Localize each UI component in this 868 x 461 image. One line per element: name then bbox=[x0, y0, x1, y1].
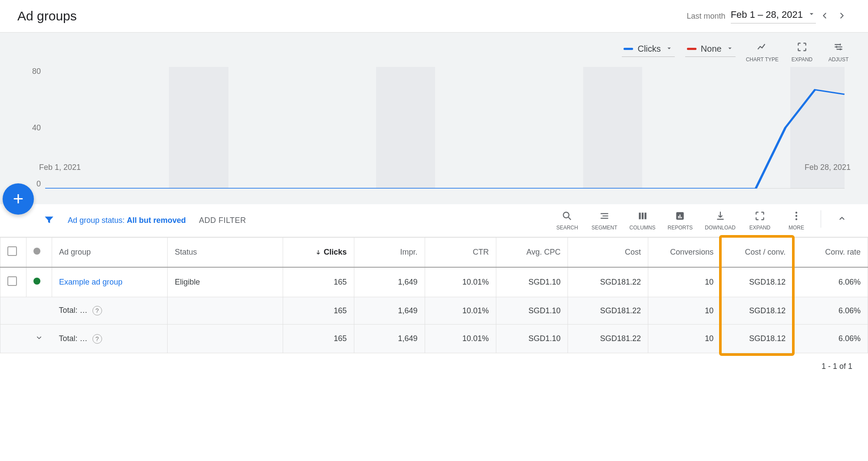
col-ctr[interactable]: CTR bbox=[425, 238, 496, 268]
date-range-selector[interactable]: Feb 1 – 28, 2021 bbox=[731, 9, 816, 23]
search-button[interactable]: SEARCH bbox=[555, 210, 579, 231]
pagination-label: 1 - 1 of 1 bbox=[0, 353, 868, 380]
help-icon[interactable]: ? bbox=[92, 306, 102, 315]
expand-icon bbox=[796, 41, 808, 54]
grand-total-row: Total: … ? 165 1,649 10.01% SGD1.10 SGD1… bbox=[0, 325, 868, 353]
total-impr: 1,649 bbox=[354, 297, 425, 325]
chart-adjust-button[interactable]: ADJUST bbox=[825, 41, 851, 63]
chart-line-icon bbox=[756, 41, 768, 54]
total-clicks: 165 bbox=[283, 297, 354, 325]
date-next-button[interactable] bbox=[833, 11, 851, 22]
help-icon[interactable]: ? bbox=[92, 334, 102, 344]
row-impr-cell: 1,649 bbox=[354, 267, 425, 297]
reports-label: REPORTS bbox=[668, 225, 693, 231]
select-all-checkbox[interactable] bbox=[7, 246, 17, 256]
svg-point-10 bbox=[795, 215, 797, 217]
row-ad-group-cell: Example ad group bbox=[52, 267, 167, 297]
secondary-metric-label: None bbox=[701, 44, 722, 54]
chart-panel: Clicks None CHART TYPE EXPAND ADJUST 80 … bbox=[0, 33, 868, 204]
segment-label: SEGMENT bbox=[591, 225, 617, 231]
search-label: SEARCH bbox=[556, 225, 578, 231]
search-icon bbox=[561, 210, 573, 223]
col-cost[interactable]: Cost bbox=[568, 238, 648, 268]
y-tick: 80 bbox=[28, 67, 41, 76]
download-button[interactable]: DOWNLOAD bbox=[705, 210, 736, 231]
expand-total-cell[interactable] bbox=[26, 325, 52, 353]
y-tick: 0 bbox=[28, 179, 41, 189]
secondary-metric-selector[interactable]: None bbox=[685, 41, 736, 57]
row-cost-cell: SGD181.22 bbox=[568, 267, 648, 297]
chart-expand-button[interactable]: EXPAND bbox=[789, 41, 815, 63]
filter-status-chip[interactable]: Ad group status: All but removed bbox=[68, 216, 186, 225]
chart-type-label: CHART TYPE bbox=[746, 56, 779, 63]
svg-rect-8 bbox=[681, 217, 682, 218]
chevron-down-icon bbox=[807, 10, 816, 20]
grand-total-label-cell: Total: … ? bbox=[52, 325, 167, 353]
primary-metric-selector[interactable]: Clicks bbox=[622, 41, 674, 57]
download-label: DOWNLOAD bbox=[705, 225, 736, 231]
primary-metric-swatch bbox=[624, 48, 633, 50]
gtotal-impr: 1,649 bbox=[354, 325, 425, 353]
date-range-label: Last month bbox=[687, 12, 726, 21]
columns-button[interactable]: COLUMNS bbox=[630, 210, 656, 231]
add-button[interactable]: + bbox=[3, 183, 34, 215]
columns-icon bbox=[637, 210, 648, 223]
gtotal-cost: SGD181.22 bbox=[568, 325, 648, 353]
more-label: MORE bbox=[789, 225, 804, 231]
chevron-up-icon bbox=[837, 214, 847, 225]
svg-point-9 bbox=[795, 212, 797, 213]
performance-table: Ad group Status Clicks Impr. CTR Avg. CP… bbox=[0, 237, 868, 353]
row-status-dot-cell bbox=[26, 267, 52, 297]
filter-icon[interactable] bbox=[43, 214, 55, 227]
date-prev-button[interactable] bbox=[816, 11, 833, 22]
col-impr[interactable]: Impr. bbox=[354, 238, 425, 268]
page-title: Ad groups bbox=[17, 9, 687, 23]
status-dot-icon bbox=[33, 278, 40, 285]
col-cost-per-conv[interactable]: Cost / conv. bbox=[721, 238, 793, 268]
row-checkbox[interactable] bbox=[7, 276, 17, 286]
total-label: Total: … bbox=[59, 306, 87, 315]
secondary-metric-swatch bbox=[687, 48, 696, 50]
col-conversions[interactable]: Conversions bbox=[648, 238, 721, 268]
collapse-panel-button[interactable] bbox=[833, 210, 851, 228]
chevron-down-icon bbox=[726, 44, 734, 53]
row-ctr-cell: 10.01% bbox=[425, 267, 496, 297]
gtotal-clicks: 165 bbox=[283, 325, 354, 353]
table-expand-button[interactable]: EXPAND bbox=[748, 210, 772, 231]
svg-point-11 bbox=[795, 218, 797, 220]
total-conv-rate: 6.06% bbox=[793, 297, 868, 325]
reports-button[interactable]: REPORTS bbox=[668, 210, 693, 231]
total-avg-cpc: SGD1.10 bbox=[496, 297, 568, 325]
svg-rect-7 bbox=[680, 215, 680, 219]
y-tick: 40 bbox=[28, 123, 41, 133]
x-tick-end: Feb 28, 2021 bbox=[805, 163, 851, 172]
chevron-down-icon bbox=[35, 335, 43, 344]
svg-rect-3 bbox=[641, 212, 643, 219]
ad-group-link[interactable]: Example ad group bbox=[59, 278, 122, 286]
more-button[interactable]: MORE bbox=[784, 210, 809, 231]
table-expand-label: EXPAND bbox=[749, 225, 770, 231]
total-label-cell: Total: … ? bbox=[52, 297, 167, 325]
svg-rect-4 bbox=[644, 212, 646, 219]
segment-button[interactable]: SEGMENT bbox=[591, 210, 617, 231]
col-clicks[interactable]: Clicks bbox=[283, 238, 354, 268]
add-filter-button[interactable]: ADD FILTER bbox=[199, 216, 246, 225]
total-cost-per-conv: SGD18.12 bbox=[721, 297, 793, 325]
plus-icon: + bbox=[13, 189, 24, 209]
col-status[interactable]: Status bbox=[168, 238, 283, 268]
svg-rect-6 bbox=[678, 216, 679, 218]
status-dot-icon bbox=[33, 248, 40, 255]
x-tick-start: Feb 1, 2021 bbox=[39, 163, 81, 172]
grand-total-label: Total: … bbox=[59, 334, 87, 343]
col-ad-group[interactable]: Ad group bbox=[52, 238, 167, 268]
row-clicks-cell: 165 bbox=[283, 267, 354, 297]
status-dot-header bbox=[26, 238, 52, 268]
adjust-icon bbox=[833, 41, 844, 54]
row-cost-per-conv-cell: SGD18.12 bbox=[721, 267, 793, 297]
gtotal-conv-rate: 6.06% bbox=[793, 325, 868, 353]
chart-type-button[interactable]: CHART TYPE bbox=[746, 41, 779, 63]
col-conv-rate[interactable]: Conv. rate bbox=[793, 238, 868, 268]
toolbar-separator bbox=[821, 210, 821, 228]
col-avg-cpc[interactable]: Avg. CPC bbox=[496, 238, 568, 268]
page-header: Ad groups Last month Feb 1 – 28, 2021 bbox=[0, 0, 868, 33]
